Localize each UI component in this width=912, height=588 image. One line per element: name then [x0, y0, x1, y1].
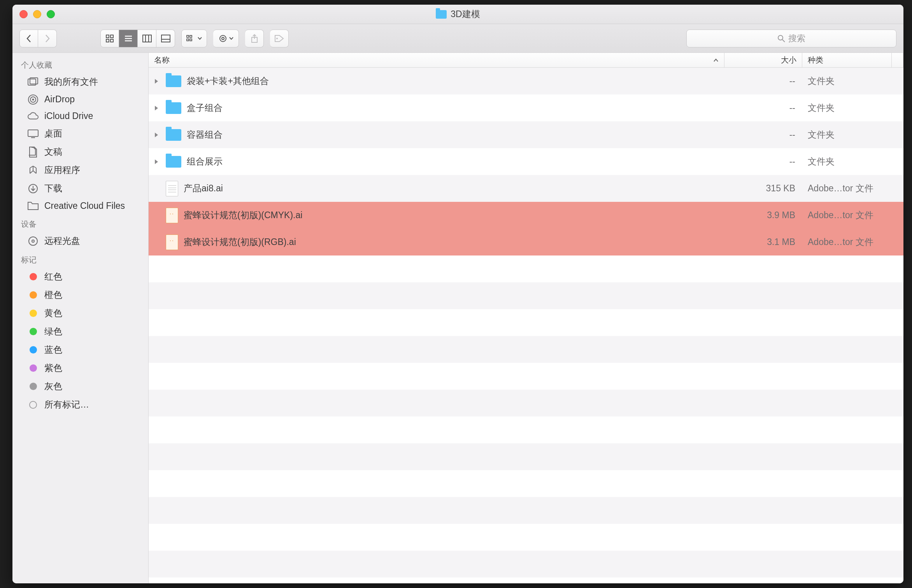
icon-view-button[interactable]	[100, 30, 119, 47]
chevron-right-icon	[44, 34, 51, 43]
close-button[interactable]	[19, 10, 28, 18]
column-header-kind[interactable]: 种类	[802, 53, 892, 67]
disclosure-triangle-icon[interactable]	[154, 132, 160, 138]
share-button[interactable]	[245, 30, 264, 47]
file-row[interactable]: 组合展示--文件夹	[149, 148, 903, 175]
file-row[interactable]: 蜜蜂设计规范(初版)(CMYK).ai3.9 MBAdobe…tor 文件	[149, 202, 903, 229]
file-name: 蜜蜂设计规范(初版)(CMYK).ai	[184, 209, 302, 221]
sidebar-item-label: 绿色	[44, 326, 62, 338]
file-size: 3.9 MB	[724, 210, 802, 220]
sidebar-item[interactable]: 远程光盘	[12, 232, 148, 250]
sidebar-item[interactable]: iCloud Drive	[12, 108, 148, 124]
sidebar-item[interactable]: 黄色	[12, 304, 148, 322]
share-icon	[251, 34, 258, 43]
sidebar-item[interactable]: 绿色	[12, 322, 148, 341]
file-name: 袋装+卡装+其他组合	[187, 75, 269, 87]
empty-row	[149, 309, 903, 336]
sidebar-item[interactable]: AirDrop	[12, 91, 148, 108]
file-row[interactable]: 盒子组合--文件夹	[149, 94, 903, 121]
empty-row	[149, 363, 903, 390]
empty-row	[149, 256, 903, 282]
folder-icon	[436, 10, 447, 19]
sidebar-item[interactable]: 紫色	[12, 359, 148, 377]
column-header-size-label: 大小	[781, 55, 796, 65]
svg-point-30	[29, 237, 37, 245]
sidebar-item[interactable]: 蓝色	[12, 341, 148, 359]
search-icon	[777, 35, 785, 42]
disclosure-triangle-icon[interactable]	[154, 105, 160, 111]
sidebar-item[interactable]: Creative Cloud Files	[12, 198, 148, 214]
sidebar-item[interactable]: 应用程序	[12, 161, 148, 179]
svg-rect-10	[161, 35, 170, 42]
svg-line-21	[782, 40, 785, 42]
main-split: 个人收藏我的所有文件AirDropiCloud Drive桌面文稿应用程序下载C…	[12, 53, 903, 583]
sidebar-item-label: 应用程序	[44, 164, 80, 176]
disclosure-triangle-icon[interactable]	[154, 159, 160, 164]
columns-icon	[142, 35, 152, 42]
search-placeholder: 搜索	[788, 33, 805, 44]
column-view-button[interactable]	[138, 30, 156, 47]
coverflow-view-button[interactable]	[156, 30, 175, 47]
grid-icon	[105, 34, 114, 43]
search-input[interactable]: 搜索	[686, 30, 896, 47]
empty-row	[149, 416, 903, 443]
file-row[interactable]: 袋装+卡装+其他组合--文件夹	[149, 68, 903, 94]
column-header-pad	[892, 53, 903, 67]
content-pane: 名称 大小 种类 袋装+卡装+其他组合--文件夹盒子组合--文件夹容器组合--文…	[149, 53, 903, 583]
file-name: 产品ai8.ai	[184, 182, 223, 194]
file-list: 袋装+卡装+其他组合--文件夹盒子组合--文件夹容器组合--文件夹组合展示--文…	[149, 68, 903, 583]
folder-icon	[166, 75, 181, 87]
sidebar-item-label: 红色	[44, 271, 62, 283]
tag-icon	[27, 308, 39, 318]
tag-all-icon	[27, 400, 39, 410]
forward-button[interactable]	[38, 30, 57, 47]
file-name-cell: 产品ai8.ai	[149, 181, 724, 196]
file-icon	[166, 181, 178, 196]
file-row[interactable]: 产品ai8.ai315 KBAdobe…tor 文件	[149, 175, 903, 202]
tag-icon	[27, 363, 39, 373]
column-header-name[interactable]: 名称	[149, 53, 724, 67]
sidebar-item[interactable]: 我的所有文件	[12, 73, 148, 91]
sidebar-item-label: 远程光盘	[44, 235, 80, 247]
file-kind: 文件夹	[802, 129, 892, 141]
sidebar-item-label: Creative Cloud Files	[44, 201, 125, 211]
list-view-button[interactable]	[119, 30, 138, 47]
file-size: 315 KB	[724, 183, 802, 194]
sidebar-item[interactable]: 桌面	[12, 124, 148, 143]
sidebar-item[interactable]: 所有标记…	[12, 396, 148, 414]
titlebar: 3D建模	[12, 5, 903, 24]
action-button[interactable]	[213, 30, 239, 47]
empty-row	[149, 282, 903, 309]
folder-icon	[166, 156, 181, 168]
sidebar-item-label: 紫色	[44, 362, 62, 374]
documents-icon	[27, 147, 39, 157]
sidebar-section-title: 标记	[12, 250, 148, 268]
file-icon	[166, 234, 178, 250]
apps-icon	[27, 165, 39, 175]
sidebar-item-label: iCloud Drive	[44, 111, 93, 121]
zoom-button[interactable]	[47, 10, 55, 18]
empty-row	[149, 470, 903, 497]
file-row[interactable]: 容器组合--文件夹	[149, 121, 903, 148]
file-name-cell: 袋装+卡装+其他组合	[149, 75, 724, 87]
sidebar-item[interactable]: 红色	[12, 268, 148, 286]
sidebar-item[interactable]: 文稿	[12, 143, 148, 161]
sidebar-item-label: 黄色	[44, 307, 62, 319]
file-name: 组合展示	[187, 156, 223, 168]
file-row[interactable]: 蜜蜂设计规范(初版)(RGB).ai3.1 MBAdobe…tor 文件	[149, 229, 903, 256]
sidebar-item-label: 下载	[44, 182, 62, 194]
column-header-size[interactable]: 大小	[724, 53, 802, 67]
svg-rect-15	[190, 39, 192, 41]
file-size: --	[724, 76, 802, 86]
back-button[interactable]	[19, 30, 38, 47]
arrange-button[interactable]	[181, 30, 207, 47]
sidebar-item[interactable]: 灰色	[12, 377, 148, 396]
sidebar-item[interactable]: 下载	[12, 179, 148, 198]
minimize-button[interactable]	[33, 10, 41, 18]
sidebar-item[interactable]: 橙色	[12, 286, 148, 304]
traffic-lights	[19, 10, 55, 18]
sidebar-item-label: 文稿	[44, 146, 62, 158]
tags-button[interactable]	[270, 30, 289, 47]
disclosure-triangle-icon[interactable]	[154, 79, 160, 84]
tag-icon	[27, 290, 39, 300]
